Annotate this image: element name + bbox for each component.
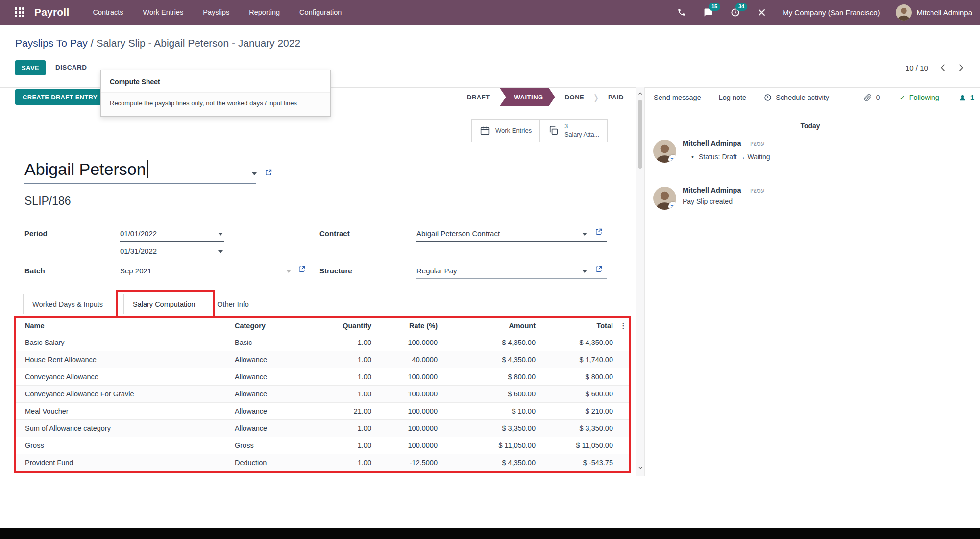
app-name[interactable]: Payroll xyxy=(34,6,69,18)
status-step-done[interactable]: DONE xyxy=(555,94,594,101)
pager-next-icon[interactable] xyxy=(956,62,966,73)
developer-tools-icon[interactable] xyxy=(758,8,766,17)
scrollbar-thumb[interactable] xyxy=(638,100,642,169)
scrollbar-up-icon[interactable] xyxy=(638,91,643,96)
paperclip-icon xyxy=(864,94,872,101)
header-category: Category xyxy=(235,322,320,330)
header-name: Name xyxy=(15,322,235,330)
status-step-paid[interactable]: PAID xyxy=(598,94,634,101)
following-label: Following xyxy=(909,94,939,101)
status-step-waiting-active[interactable]: WAITING xyxy=(500,88,555,106)
tab-salary-computation[interactable]: Salary Computation xyxy=(123,294,204,314)
employee-external-link-icon[interactable] xyxy=(265,168,273,176)
period-to-caret-icon[interactable] xyxy=(218,250,223,253)
cell-rate: -12.5000 xyxy=(374,459,441,466)
discard-button[interactable]: DISCARD xyxy=(55,64,87,71)
salary-attachments-smart-button[interactable]: 3 Salary Atta... xyxy=(540,119,608,142)
table-row[interactable]: House Rent Allowance Allowance 1.00 40.0… xyxy=(15,351,631,368)
cell-category: Allowance xyxy=(235,356,320,364)
compute-sheet-tooltip: Compute Sheet Recompute the payslip line… xyxy=(100,70,331,117)
employee-dropdown-caret-icon[interactable] xyxy=(252,172,257,175)
structure-input[interactable]: Regular Pay xyxy=(416,267,457,275)
vertical-scrollbar[interactable] xyxy=(636,87,645,476)
contract-external-link-icon[interactable] xyxy=(595,227,603,236)
tooltip-body: Recompute the payslip lines only, not th… xyxy=(101,92,330,116)
send-message-button[interactable]: Send message xyxy=(654,94,701,101)
cell-amount: $ 11,050.00 xyxy=(441,441,539,449)
contract-caret-icon[interactable] xyxy=(582,233,587,236)
create-draft-entry-button[interactable]: CREATE DRAFT ENTRY xyxy=(15,89,105,105)
status-step-draft[interactable]: DRAFT xyxy=(457,94,500,101)
apps-menu-icon[interactable] xyxy=(15,7,24,17)
cell-category: Deduction xyxy=(235,459,320,466)
company-switcher[interactable]: My Company (San Francisco) xyxy=(783,8,880,17)
schedule-activity-button[interactable]: Schedule activity xyxy=(764,94,829,101)
followers-button[interactable]: 1 xyxy=(959,94,974,101)
menu-work-entries[interactable]: Work Entries xyxy=(143,8,184,16)
table-row[interactable]: Conveyance Allowance Allowance 1.00 100.… xyxy=(15,368,631,386)
paper-plane-badge-icon xyxy=(668,155,676,163)
cell-total: $ 600.00 xyxy=(539,390,616,398)
table-row[interactable]: Meal Voucher Allowance 21.00 100.0000 $ … xyxy=(15,403,631,420)
breadcrumb-parent-link[interactable]: Payslips To Pay xyxy=(15,37,88,49)
table-row[interactable]: Conveyance Allowance For Gravle Allowanc… xyxy=(15,386,631,403)
tab-worked-days-inputs[interactable]: Worked Days & Inputs xyxy=(23,294,112,314)
batch-external-link-icon[interactable] xyxy=(298,265,306,273)
menu-reporting[interactable]: Reporting xyxy=(249,8,280,16)
save-button[interactable]: SAVE xyxy=(15,60,46,75)
main-menu: Contracts Work Entries Payslips Reportin… xyxy=(93,8,342,16)
period-to-underline xyxy=(120,259,224,259)
menu-contracts[interactable]: Contracts xyxy=(93,8,123,16)
period-to-input[interactable]: 01/31/2022 xyxy=(120,247,157,255)
statusbar-steps: DRAFT WAITING DONE › PAID xyxy=(457,88,634,106)
cell-quantity: 1.00 xyxy=(320,424,374,432)
work-entries-smart-button[interactable]: Work Entries xyxy=(471,119,540,142)
cell-rate: 100.0000 xyxy=(374,407,441,415)
table-row[interactable]: Gross Gross 1.00 100.0000 $ 11,050.00 $ … xyxy=(15,437,631,454)
period-from-input[interactable]: 01/01/2022 xyxy=(120,229,157,238)
tab-other-info[interactable]: Other Info xyxy=(208,294,258,314)
user-avatar[interactable] xyxy=(896,4,912,21)
activities-icon[interactable]: 34 xyxy=(731,8,740,17)
salary-attachments-label: Salary Atta... xyxy=(564,131,599,139)
slip-reference[interactable]: SLIP/186 xyxy=(24,195,71,208)
chatter-message: Mitchell Adminpa עכשיו Pay Slip created xyxy=(652,186,975,205)
cell-rate: 100.0000 xyxy=(374,339,441,346)
message-time: עכשיו xyxy=(750,187,764,194)
menu-payslips[interactable]: Payslips xyxy=(203,8,229,16)
header-rate: Rate (%) xyxy=(374,322,441,330)
cell-category: Allowance xyxy=(235,390,320,398)
pager-previous-icon[interactable] xyxy=(938,62,949,73)
header-total: Total xyxy=(539,322,616,330)
batch-caret-icon[interactable] xyxy=(286,270,291,273)
contract-input[interactable]: Abigail Peterson Contract xyxy=(416,229,500,238)
batch-input[interactable]: Sep 2021 xyxy=(120,267,151,275)
table-row[interactable]: Basic Salary Basic 1.00 100.0000 $ 4,350… xyxy=(15,334,631,351)
user-menu[interactable]: Mitchell Adminpa xyxy=(917,8,972,17)
log-note-button[interactable]: Log note xyxy=(719,94,746,101)
table-row[interactable]: Sum of Allowance category Allowance 1.00… xyxy=(15,420,631,437)
bottom-black-bar xyxy=(0,528,980,539)
employee-name-input[interactable]: Abigail Peterson xyxy=(24,160,148,179)
cell-name: House Rent Allowance xyxy=(15,356,235,364)
message-author: Mitchell Adminpa xyxy=(683,139,741,147)
smart-buttons: Work Entries 3 Salary Atta... xyxy=(471,119,608,142)
period-from-caret-icon[interactable] xyxy=(218,233,223,236)
messages-icon[interactable]: 15 xyxy=(704,8,713,17)
tooltip-title: Compute Sheet xyxy=(101,70,330,92)
phone-icon[interactable] xyxy=(677,8,686,17)
attachments-button[interactable]: 0 xyxy=(864,94,880,101)
following-button[interactable]: ✓ Following xyxy=(900,94,939,101)
table-row[interactable]: Provident Fund Deduction 1.00 -12.5000 $… xyxy=(15,454,631,471)
status-step-separator: › xyxy=(594,87,598,107)
scrollbar-down-icon[interactable] xyxy=(638,466,643,470)
activities-badge: 34 xyxy=(735,3,747,11)
structure-external-link-icon[interactable] xyxy=(595,265,603,273)
structure-caret-icon[interactable] xyxy=(582,270,587,273)
cell-name: Conveyance Allowance For Gravle xyxy=(15,390,235,398)
menu-configuration[interactable]: Configuration xyxy=(299,8,342,16)
optional-columns-kebab-icon[interactable]: ⋮ xyxy=(616,321,631,330)
employee-input-underline xyxy=(24,183,256,184)
cell-quantity: 1.00 xyxy=(320,373,374,381)
cell-total: $ -543.75 xyxy=(539,459,616,466)
